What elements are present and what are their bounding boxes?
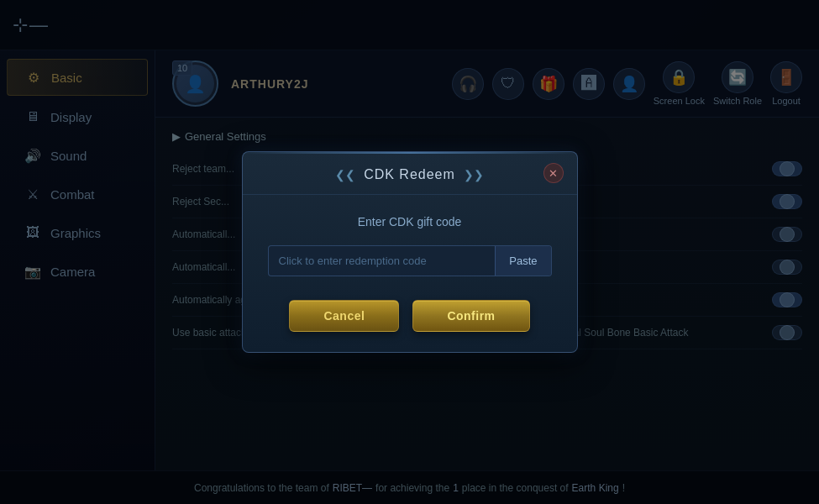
cdk-modal: ❮❮ CDK Redeem ❯❯ ✕ Enter CDK gift code P… bbox=[242, 151, 578, 353]
modal-overlay: ❮❮ CDK Redeem ❯❯ ✕ Enter CDK gift code P… bbox=[0, 0, 819, 504]
modal-subtitle: Enter CDK gift code bbox=[268, 215, 552, 228]
confirm-button[interactable]: Confirm bbox=[412, 300, 529, 332]
paste-button[interactable]: Paste bbox=[495, 246, 550, 276]
cdk-input-row: Paste bbox=[268, 245, 552, 276]
modal-title: CDK Redeem bbox=[364, 167, 455, 182]
cdk-input[interactable] bbox=[269, 246, 496, 276]
left-arrows: ❮❮ bbox=[335, 168, 355, 181]
cancel-button[interactable]: Cancel bbox=[289, 300, 399, 332]
modal-close-button[interactable]: ✕ bbox=[543, 163, 564, 183]
modal-header: ❮❮ CDK Redeem ❯❯ ✕ bbox=[243, 152, 577, 195]
modal-body: Enter CDK gift code Paste Cancel Confirm bbox=[243, 195, 577, 352]
right-arrows: ❯❯ bbox=[464, 168, 484, 181]
modal-buttons: Cancel Confirm bbox=[268, 300, 552, 332]
